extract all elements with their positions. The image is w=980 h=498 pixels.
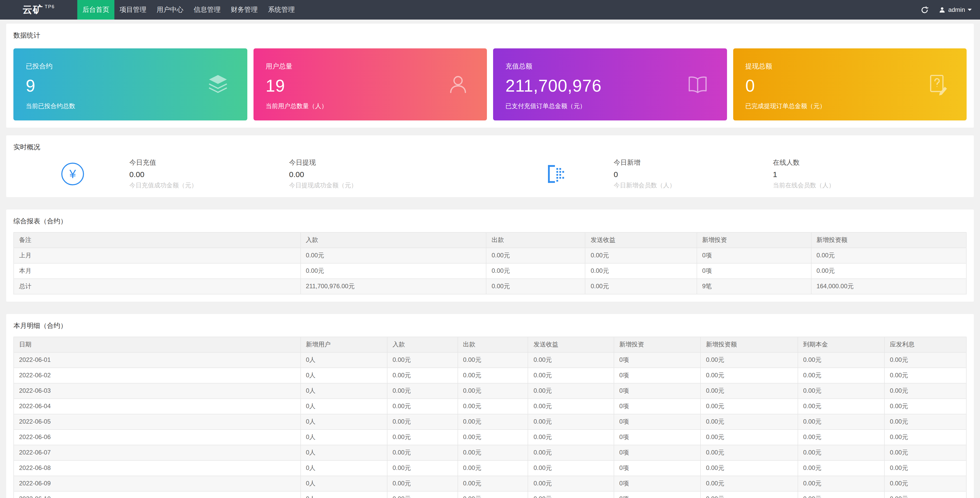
column-header: 新增投资 bbox=[614, 337, 701, 352]
nav-item[interactable]: 财务管理 bbox=[226, 0, 263, 19]
table-cell: 0项 bbox=[614, 368, 701, 383]
table-cell: 0.00元 bbox=[387, 491, 458, 498]
table-cell: 0.00元 bbox=[885, 491, 966, 498]
stat-title: 用户总量 bbox=[266, 62, 474, 71]
section-title-stats: 数据统计 bbox=[13, 31, 967, 40]
table-cell: 0.00元 bbox=[885, 383, 966, 399]
report-table: 备注入款出款发送收益新增投资新增投资额 上月 0.00元 0.00元 0.00元… bbox=[13, 232, 967, 294]
nav-item[interactable]: 系统管理 bbox=[263, 0, 300, 19]
refresh-icon[interactable] bbox=[921, 6, 929, 14]
table-cell: 0人 bbox=[301, 430, 387, 445]
main-nav: 后台首页 项目管理 用户中心 信息管理 财务管理 系统管理 bbox=[77, 0, 300, 19]
table-cell: 0项 bbox=[614, 476, 701, 491]
table-row: 2022-06-05 0人 0.00元 0.00元 0.00元 0项 0.00元… bbox=[14, 414, 966, 430]
table-cell: 0.00元 bbox=[387, 414, 458, 430]
table-cell: 0.00元 bbox=[798, 383, 885, 399]
table-cell: 0.00元 bbox=[798, 399, 885, 414]
realtime-item-withdraw: 今日提现 0.00 今日提现成功金额（元） bbox=[289, 158, 543, 190]
table-cell: 0.00元 bbox=[458, 491, 528, 498]
nav-item[interactable]: 后台首页 bbox=[77, 0, 115, 19]
column-header: 新增投资 bbox=[697, 232, 811, 248]
column-header: 日期 bbox=[14, 337, 301, 352]
table-cell: 0.00元 bbox=[458, 460, 528, 476]
table-cell: 0.00元 bbox=[700, 383, 798, 399]
column-header: 应发利息 bbox=[885, 337, 966, 352]
stat-title: 充值总额 bbox=[506, 62, 714, 71]
table-cell: 0.00元 bbox=[387, 383, 458, 399]
stat-desc: 当前已投合约总数 bbox=[26, 102, 235, 111]
realtime-desc: 今日新增会员数（人） bbox=[614, 181, 773, 190]
table-cell: 0人 bbox=[301, 352, 387, 368]
table-cell: 0项 bbox=[614, 445, 701, 460]
table-row: 2022-06-07 0人 0.00元 0.00元 0.00元 0项 0.00元… bbox=[14, 445, 966, 460]
realtime-desc: 当前在线会员数（人） bbox=[773, 181, 967, 190]
column-header: 发送收益 bbox=[528, 337, 614, 352]
column-header: 新增用户 bbox=[301, 337, 387, 352]
table-cell: 2022-06-03 bbox=[14, 383, 301, 399]
realtime-card: 实时概况 ¥ 今日充值 0.00 今日充值成功金额（元） 今日提现 0.00 今… bbox=[6, 135, 974, 197]
user-avatar-icon bbox=[939, 6, 946, 13]
table-cell: 0.00元 bbox=[387, 352, 458, 368]
stat-value: 19 bbox=[266, 76, 474, 96]
table-cell: 0.00元 bbox=[301, 248, 486, 263]
stat-value: 0 bbox=[745, 76, 954, 96]
user-menu[interactable]: admin bbox=[939, 6, 972, 13]
realtime-value: 0.00 bbox=[289, 170, 543, 179]
table-cell: 0.00元 bbox=[700, 430, 798, 445]
table-cell: 0.00元 bbox=[798, 460, 885, 476]
table-cell: 2022-06-07 bbox=[14, 445, 301, 460]
stat-desc: 当前用户总数量（人） bbox=[266, 102, 474, 111]
table-cell: 上月 bbox=[14, 248, 301, 263]
top-navbar: 云矿TP6 后台首页 项目管理 用户中心 信息管理 财务管理 系统管理 bbox=[0, 0, 980, 19]
column-header: 入款 bbox=[387, 337, 458, 352]
realtime-value: 0.00 bbox=[129, 170, 289, 179]
table-row: 2022-06-03 0人 0.00元 0.00元 0.00元 0项 0.00元… bbox=[14, 383, 966, 399]
table-cell: 0.00元 bbox=[700, 352, 798, 368]
table-cell: 0人 bbox=[301, 414, 387, 430]
table-cell: 0.00元 bbox=[486, 248, 585, 263]
table-cell: 0项 bbox=[614, 460, 701, 476]
logo[interactable]: 云矿TP6 bbox=[0, 0, 77, 19]
table-cell: 0.00元 bbox=[700, 491, 798, 498]
table-cell: 0人 bbox=[301, 383, 387, 399]
stat-value: 9 bbox=[26, 76, 235, 96]
table-cell: 0人 bbox=[301, 460, 387, 476]
table-cell: 0.00元 bbox=[528, 460, 614, 476]
section-title-realtime: 实时概况 bbox=[13, 143, 967, 152]
table-cell: 0.00元 bbox=[387, 445, 458, 460]
nav-item[interactable]: 项目管理 bbox=[115, 0, 151, 19]
admin-dashboard: 云矿TP6 后台首页 项目管理 用户中心 信息管理 财务管理 系统管理 bbox=[0, 0, 980, 498]
table-cell: 0.00元 bbox=[811, 248, 966, 263]
user-icon bbox=[447, 73, 469, 96]
table-cell: 0.00元 bbox=[798, 352, 885, 368]
table-cell: 0人 bbox=[301, 399, 387, 414]
building-icon bbox=[543, 162, 567, 186]
nav-item[interactable]: 用户中心 bbox=[151, 0, 189, 19]
realtime-label: 今日充值 bbox=[129, 158, 289, 167]
table-cell: 0.00元 bbox=[700, 476, 798, 491]
table-cell: 0.00元 bbox=[585, 279, 697, 294]
column-header: 到期本金 bbox=[798, 337, 885, 352]
table-cell: 2022-06-09 bbox=[14, 476, 301, 491]
table-cell: 2022-06-10 bbox=[14, 491, 301, 498]
table-cell: 0.00元 bbox=[387, 476, 458, 491]
table-cell: 164,000.00元 bbox=[811, 279, 966, 294]
column-header: 备注 bbox=[14, 232, 301, 248]
table-cell: 0.00元 bbox=[486, 279, 585, 294]
column-header: 新增投资额 bbox=[700, 337, 798, 352]
table-row: 2022-06-06 0人 0.00元 0.00元 0.00元 0项 0.00元… bbox=[14, 430, 966, 445]
table-cell: 0.00元 bbox=[458, 476, 528, 491]
section-title-detail: 本月明细（合约） bbox=[13, 321, 967, 330]
stat-value: 211,700,976 bbox=[506, 76, 714, 96]
table-cell: 0项 bbox=[697, 248, 811, 263]
nav-item[interactable]: 信息管理 bbox=[189, 0, 226, 19]
table-cell: 0.00元 bbox=[387, 368, 458, 383]
column-header: 发送收益 bbox=[585, 232, 697, 248]
table-cell: 0.00元 bbox=[585, 248, 697, 263]
logo-sup: TP6 bbox=[45, 4, 55, 9]
table-cell: 0.00元 bbox=[885, 445, 966, 460]
detail-table: 日期新增用户入款出款发送收益新增投资新增投资额到期本金应发利息 2022-06-… bbox=[13, 337, 967, 498]
realtime-value: 0 bbox=[614, 170, 773, 179]
table-row: 2022-06-04 0人 0.00元 0.00元 0.00元 0项 0.00元… bbox=[14, 399, 966, 414]
table-cell: 0.00元 bbox=[700, 445, 798, 460]
